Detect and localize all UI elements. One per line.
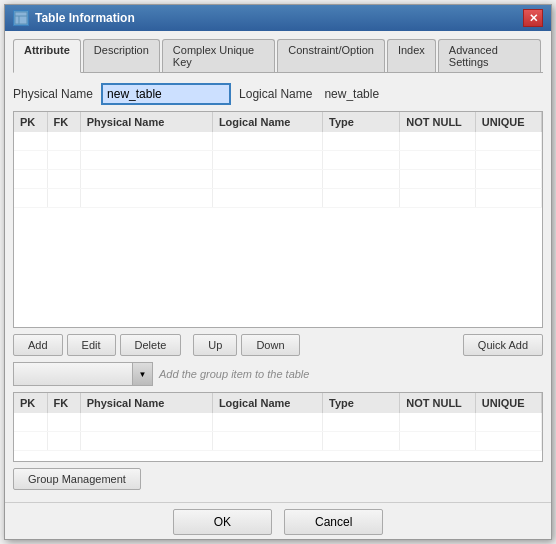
up-button[interactable]: Up [193, 334, 237, 356]
group-management-button[interactable]: Group Management [13, 468, 141, 490]
window-title: Table Information [35, 11, 135, 25]
tab-description[interactable]: Description [83, 39, 160, 72]
tab-constraint-option[interactable]: Constraint/Option [277, 39, 385, 72]
main-window: Table Information ✕ Attribute Descriptio… [4, 4, 552, 540]
group-col-header-notnull: NOT NULL [400, 393, 476, 413]
edit-button[interactable]: Edit [67, 334, 116, 356]
dropdown-arrow-icon: ▼ [132, 363, 152, 385]
col-header-logical: Logical Name [212, 112, 322, 132]
group-management-row: Group Management [13, 468, 543, 490]
physical-name-label: Physical Name [13, 87, 93, 101]
delete-button[interactable]: Delete [120, 334, 182, 356]
title-bar: Table Information ✕ [5, 5, 551, 31]
close-button[interactable]: ✕ [523, 9, 543, 27]
content-area: Attribute Description Complex Unique Key… [5, 31, 551, 498]
table-row-empty-4 [14, 189, 542, 208]
col-header-type: Type [323, 112, 400, 132]
logical-name-value: new_table [324, 87, 379, 101]
group-table-container: PK FK Physical Name Logical Name Type NO… [13, 392, 543, 462]
physical-name-input[interactable] [101, 83, 231, 105]
group-col-header-type: Type [323, 393, 400, 413]
quick-add-button[interactable]: Quick Add [463, 334, 543, 356]
ok-button[interactable]: OK [173, 509, 272, 535]
col-header-pk: PK [14, 112, 47, 132]
group-add-hint: Add the group item to the table [159, 368, 309, 380]
table-row-empty-3 [14, 170, 542, 189]
table-icon [13, 10, 29, 26]
col-header-physical: Physical Name [80, 112, 212, 132]
action-buttons-row: Add Edit Delete Up Down Quick Add [13, 334, 543, 356]
group-col-header-pk: PK [14, 393, 47, 413]
tab-complex-unique-key[interactable]: Complex Unique Key [162, 39, 275, 72]
cancel-button[interactable]: Cancel [284, 509, 383, 535]
col-header-unique: UNIQUE [475, 112, 541, 132]
group-table: PK FK Physical Name Logical Name Type NO… [14, 393, 542, 451]
tab-attribute[interactable]: Attribute [13, 39, 81, 73]
col-header-notnull: NOT NULL [400, 112, 476, 132]
svg-rect-0 [15, 12, 27, 24]
attribute-table: PK FK Physical Name Logical Name Type NO… [14, 112, 542, 208]
tab-bar: Attribute Description Complex Unique Key… [13, 39, 543, 73]
title-bar-left: Table Information [13, 10, 135, 26]
attribute-table-body [14, 132, 542, 208]
table-row-empty-2 [14, 151, 542, 170]
group-add-row: ▼ Add the group item to the table [13, 362, 543, 386]
table-row-empty-1 [14, 132, 542, 151]
group-dropdown[interactable]: ▼ [13, 362, 153, 386]
logical-name-label: Logical Name [239, 87, 312, 101]
group-table-row-empty-1 [14, 413, 542, 432]
group-col-header-unique: UNIQUE [475, 393, 541, 413]
tab-advanced-settings[interactable]: Advanced Settings [438, 39, 541, 72]
attribute-table-container: PK FK Physical Name Logical Name Type NO… [13, 111, 543, 328]
col-header-fk: FK [47, 112, 80, 132]
bottom-buttons-row: OK Cancel [5, 502, 551, 539]
group-col-header-physical: Physical Name [80, 393, 212, 413]
group-col-header-logical: Logical Name [212, 393, 322, 413]
group-table-body [14, 413, 542, 451]
add-button[interactable]: Add [13, 334, 63, 356]
down-button[interactable]: Down [241, 334, 299, 356]
group-col-header-fk: FK [47, 393, 80, 413]
tab-index[interactable]: Index [387, 39, 436, 72]
group-table-row-empty-2 [14, 432, 542, 451]
name-fields-row: Physical Name Logical Name new_table [13, 83, 543, 105]
